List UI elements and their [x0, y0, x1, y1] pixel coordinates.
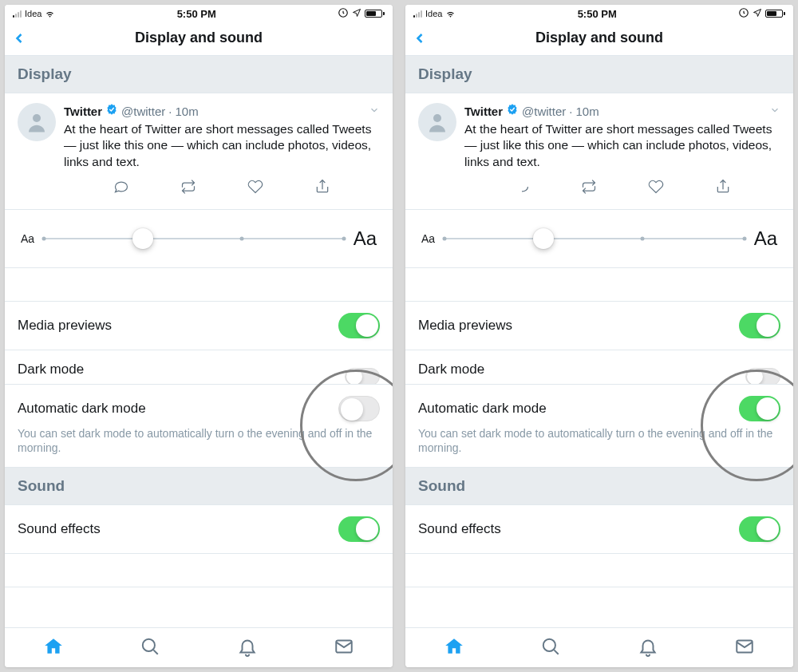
- svg-point-6: [433, 114, 441, 122]
- share-icon[interactable]: [314, 179, 330, 198]
- battery-icon: [765, 10, 785, 18]
- sound-effects-row: Sound effects: [405, 505, 793, 554]
- tab-messages[interactable]: [334, 636, 354, 660]
- signal-icon: [13, 10, 22, 18]
- status-time: 5:50 PM: [578, 8, 617, 20]
- auto-dark-mode-label: Automatic dark mode: [418, 401, 739, 417]
- media-previews-toggle[interactable]: [338, 313, 380, 338]
- signal-icon: [413, 10, 422, 18]
- section-header-sound: Sound: [5, 468, 393, 505]
- font-large-label: Aa: [354, 227, 377, 250]
- auto-dark-mode-description: You can set dark mode to automatically t…: [418, 426, 780, 455]
- tweet-age: 10m: [575, 104, 598, 120]
- media-previews-label: Media previews: [418, 318, 739, 334]
- rotation-lock-icon: [738, 7, 749, 21]
- share-icon[interactable]: [715, 179, 731, 198]
- tab-notifications[interactable]: [237, 636, 258, 660]
- media-previews-row: Media previews: [5, 302, 393, 350]
- svg-point-2: [143, 638, 155, 650]
- font-size-slider[interactable]: [444, 238, 745, 239]
- back-button[interactable]: [11, 21, 27, 55]
- location-icon: [753, 8, 762, 20]
- verified-icon: [105, 103, 118, 120]
- tab-notifications[interactable]: [638, 636, 658, 660]
- tweet-caret-icon[interactable]: [769, 104, 780, 120]
- retweet-icon[interactable]: [180, 179, 196, 198]
- section-header-sound: Sound: [405, 468, 793, 505]
- reply-icon[interactable]: [514, 179, 530, 198]
- status-time: 5:50 PM: [177, 8, 216, 20]
- rotation-lock-icon: [338, 7, 349, 21]
- page-title: Display and sound: [535, 30, 663, 46]
- like-icon[interactable]: [648, 179, 664, 198]
- tweet-text: At the heart of Twitter are short messag…: [464, 121, 780, 172]
- sound-effects-toggle[interactable]: [338, 516, 380, 542]
- font-large-label: Aa: [754, 227, 777, 250]
- dark-mode-row: Dark mode: [405, 350, 793, 385]
- dark-mode-label: Dark mode: [418, 362, 745, 378]
- tweet-caret-icon[interactable]: [369, 104, 380, 120]
- tweet-author: Twitter: [464, 104, 503, 120]
- font-small-label: Aa: [421, 232, 435, 245]
- tab-home[interactable]: [444, 636, 464, 660]
- tweet-preview: Twitter @twitter · 10m At the heart of T…: [5, 93, 393, 210]
- verified-icon: [506, 103, 519, 120]
- page-title: Display and sound: [135, 30, 263, 46]
- auto-dark-mode-row: Automatic dark mode You can set dark mod…: [5, 385, 393, 467]
- tab-search[interactable]: [540, 636, 561, 660]
- svg-line-8: [555, 650, 559, 654]
- sound-effects-label: Sound effects: [418, 521, 739, 537]
- auto-dark-mode-toggle[interactable]: [338, 396, 380, 421]
- carrier-label: Idea: [25, 9, 41, 18]
- tab-search[interactable]: [140, 636, 160, 660]
- media-previews-toggle[interactable]: [739, 313, 780, 338]
- auto-dark-mode-label: Automatic dark mode: [18, 401, 338, 417]
- svg-line-3: [154, 650, 158, 654]
- dark-mode-label: Dark mode: [18, 362, 345, 378]
- tweet-handle: @twitter: [522, 104, 566, 120]
- nav-header: Display and sound: [405, 21, 793, 56]
- status-bar: Idea 5:50 PM: [5, 5, 393, 21]
- reply-icon[interactable]: [113, 179, 129, 198]
- back-button[interactable]: [412, 21, 428, 55]
- sound-effects-label: Sound effects: [18, 521, 338, 537]
- font-size-slider-row: Aa Aa: [5, 210, 393, 268]
- tab-bar: [5, 627, 393, 667]
- carrier-label: Idea: [425, 9, 442, 18]
- battery-icon: [365, 10, 385, 18]
- auto-dark-mode-toggle[interactable]: [739, 396, 780, 421]
- font-small-label: Aa: [21, 232, 34, 245]
- media-previews-row: Media previews: [405, 302, 793, 350]
- section-header-display: Display: [5, 56, 393, 93]
- tab-messages[interactable]: [734, 636, 755, 660]
- retweet-icon[interactable]: [581, 179, 597, 198]
- tab-bar: [405, 627, 793, 667]
- dark-mode-toggle[interactable]: [345, 368, 380, 385]
- wifi-icon: [45, 9, 55, 19]
- avatar: [418, 103, 456, 141]
- font-size-slider[interactable]: [44, 238, 344, 239]
- status-bar: Idea 5:50 PM: [405, 5, 793, 21]
- auto-dark-mode-description: You can set dark mode to automatically t…: [18, 426, 380, 455]
- avatar: [18, 103, 56, 141]
- dark-mode-row: Dark mode: [5, 350, 393, 385]
- phone-screen-right: Idea 5:50 PM Display and sound Display T…: [405, 5, 793, 667]
- sound-effects-toggle[interactable]: [739, 516, 780, 542]
- slider-thumb[interactable]: [132, 228, 153, 249]
- like-icon[interactable]: [247, 179, 263, 198]
- nav-header: Display and sound: [5, 21, 393, 56]
- location-icon: [352, 8, 361, 20]
- media-previews-label: Media previews: [18, 318, 338, 334]
- font-size-slider-row: Aa Aa: [405, 210, 793, 268]
- tab-home[interactable]: [43, 636, 64, 660]
- tweet-handle: @twitter: [121, 104, 165, 120]
- slider-thumb[interactable]: [533, 228, 554, 249]
- sound-effects-row: Sound effects: [5, 505, 393, 554]
- auto-dark-mode-row: Automatic dark mode You can set dark mod…: [405, 385, 793, 467]
- tweet-author: Twitter: [64, 104, 102, 120]
- tweet-preview: Twitter @twitter · 10m At the heart of T…: [405, 93, 793, 210]
- phone-screen-left: Idea 5:50 PM Display and sound Display T…: [5, 5, 393, 667]
- tweet-age: 10m: [175, 104, 198, 120]
- svg-point-1: [33, 114, 41, 122]
- dark-mode-toggle[interactable]: [745, 368, 780, 385]
